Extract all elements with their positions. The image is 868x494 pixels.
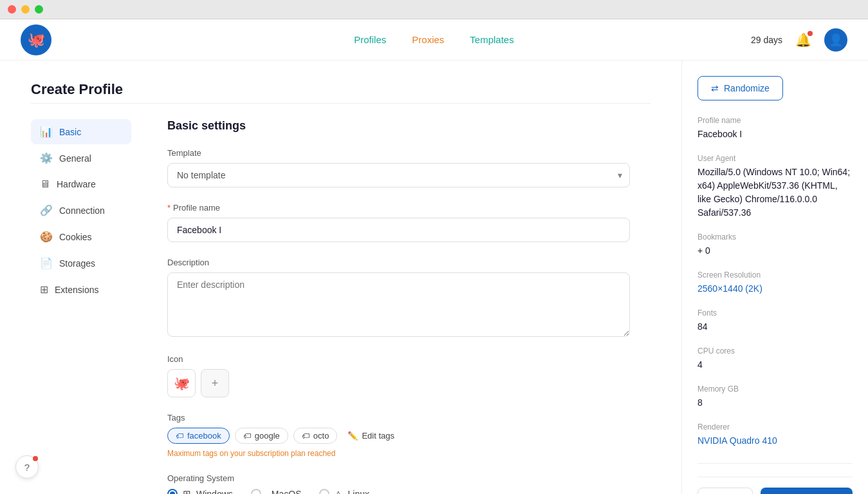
inner-layout: 📊 Basic ⚙️ General 🖥 Hardware 🔗 Connecti… bbox=[31, 119, 651, 494]
tag-google[interactable]: 🏷 google bbox=[235, 428, 288, 444]
edit-tags-button[interactable]: ✏️ Edit tags bbox=[342, 428, 400, 443]
page-title: Create Profile bbox=[31, 81, 651, 98]
cancel-button[interactable]: Cancel bbox=[697, 488, 753, 494]
panel-fonts-label: Fonts bbox=[697, 309, 853, 318]
icon-row: 🐙 + bbox=[167, 369, 630, 397]
os-linux[interactable]: △ Linux bbox=[319, 488, 369, 494]
description-label: Description bbox=[167, 258, 630, 267]
nav-proxies[interactable]: Proxies bbox=[412, 34, 444, 45]
pencil-icon: ✏️ bbox=[347, 431, 358, 441]
panel-memory-value: 8 bbox=[697, 396, 853, 410]
plus-icon: + bbox=[212, 377, 219, 390]
panel-profile-name-group: Profile name Facebook I bbox=[697, 116, 853, 141]
sidebar-item-cookies-label: Cookies bbox=[59, 232, 92, 242]
os-group: Operating System ⊞ Windows MacO bbox=[167, 473, 630, 494]
os-windows-label: Windows bbox=[196, 489, 233, 494]
divider bbox=[31, 103, 651, 104]
avatar[interactable]: 👤 bbox=[824, 28, 847, 52]
description-group: Description bbox=[167, 258, 630, 339]
os-windows[interactable]: ⊞ Windows bbox=[167, 488, 233, 494]
tag-icon-octo: 🏷 bbox=[302, 432, 309, 441]
sidebar-item-general[interactable]: ⚙️ General bbox=[31, 146, 131, 171]
nav-links: Profiles Proxies Templates bbox=[354, 34, 513, 45]
radio-macos[interactable] bbox=[251, 489, 261, 494]
selected-icon: 🐙 bbox=[174, 375, 190, 391]
panel-profile-name-value: Facebook I bbox=[697, 128, 853, 141]
panel-divider bbox=[697, 463, 853, 464]
randomize-icon: ⇄ bbox=[711, 83, 719, 93]
logo: 🐙 bbox=[21, 24, 51, 55]
icon-add-button[interactable]: + bbox=[201, 369, 229, 397]
nav-templates[interactable]: Templates bbox=[470, 34, 513, 45]
close-dot[interactable] bbox=[8, 5, 16, 14]
sidebar-item-storages-label: Storages bbox=[59, 258, 95, 269]
linux-icon: △ bbox=[335, 488, 342, 494]
logo-icon: 🐙 bbox=[21, 24, 51, 55]
randomize-button[interactable]: ⇄ Randomize bbox=[697, 76, 783, 100]
radio-windows[interactable] bbox=[167, 489, 178, 494]
description-input[interactable] bbox=[167, 272, 630, 337]
randomize-label: Randomize bbox=[724, 83, 770, 93]
minimize-dot[interactable] bbox=[21, 5, 30, 14]
left-nav: 📊 Basic ⚙️ General 🖥 Hardware 🔗 Connecti… bbox=[31, 119, 147, 494]
tag-icon-google: 🏷 bbox=[243, 432, 251, 441]
sidebar-item-extensions[interactable]: ⊞ Extensions bbox=[31, 277, 131, 302]
icon-box-selected[interactable]: 🐙 bbox=[167, 369, 196, 397]
general-icon: ⚙️ bbox=[40, 152, 53, 164]
sidebar-item-hardware-label: Hardware bbox=[57, 179, 96, 189]
panel-profile-name-label: Profile name bbox=[697, 116, 853, 125]
panel-bookmarks-label: Bookmarks bbox=[697, 233, 853, 242]
tag-octo[interactable]: 🏷 octo bbox=[293, 428, 338, 444]
sidebar-item-cookies[interactable]: 🍪 Cookies bbox=[31, 224, 131, 249]
panel-bookmarks-value: + 0 bbox=[697, 244, 853, 258]
basic-icon: 📊 bbox=[40, 126, 53, 138]
notification-dot bbox=[808, 31, 813, 36]
hardware-icon: 🖥 bbox=[40, 178, 50, 190]
os-macos-label: MacOS bbox=[272, 489, 302, 494]
panel-memory-group: Memory GB 8 bbox=[697, 385, 853, 410]
panel-screen-res-label: Screen Resolution bbox=[697, 271, 853, 280]
panel-renderer-value: NVIDIA Quadro 410 bbox=[697, 434, 853, 448]
bell-icon[interactable]: 🔔 bbox=[795, 32, 811, 48]
panel-screen-res-value: 2560×1440 (2K) bbox=[697, 282, 853, 296]
panel-bookmarks-group: Bookmarks + 0 bbox=[697, 233, 853, 258]
template-label: Template bbox=[167, 148, 630, 158]
extensions-icon: ⊞ bbox=[40, 283, 48, 296]
icon-group: Icon 🐙 + bbox=[167, 354, 630, 397]
tags-group: Tags 🏷 facebook 🏷 google 🏷 octo bbox=[167, 413, 630, 458]
panel-user-agent-value: Mozilla/5.0 (Windows NT 10.0; Win64; x64… bbox=[697, 166, 853, 220]
sidebar-item-basic[interactable]: 📊 Basic bbox=[31, 119, 131, 144]
nav-right: 29 days 🔔 👤 bbox=[751, 28, 847, 52]
profile-name-group: * Profile name bbox=[167, 203, 630, 242]
sidebar-item-connection[interactable]: 🔗 Connection bbox=[31, 198, 131, 223]
panel-user-agent-group: User Agent Mozilla/5.0 (Windows NT 10.0;… bbox=[697, 154, 853, 220]
tags-label: Tags bbox=[167, 413, 630, 423]
maximize-dot[interactable] bbox=[35, 5, 43, 14]
panel-screen-res-group: Screen Resolution 2560×1440 (2K) bbox=[697, 271, 853, 296]
template-select[interactable]: No template bbox=[167, 163, 630, 187]
help-notification-dot bbox=[33, 456, 38, 461]
form-area: Basic settings Template No template ▾ * bbox=[147, 119, 651, 494]
tag-facebook[interactable]: 🏷 facebook bbox=[167, 428, 230, 444]
days-badge: 29 days bbox=[751, 35, 782, 45]
connection-icon: 🔗 bbox=[40, 204, 53, 216]
radio-linux[interactable] bbox=[319, 489, 329, 494]
cookies-icon: 🍪 bbox=[40, 231, 53, 243]
sidebar-item-storages[interactable]: 📄 Storages bbox=[31, 251, 131, 276]
profile-name-label: * Profile name bbox=[167, 203, 630, 213]
tag-icon-facebook: 🏷 bbox=[176, 432, 183, 441]
os-macos[interactable]: MacOS bbox=[251, 489, 302, 494]
main-layout: Create Profile 📊 Basic ⚙️ General 🖥 Hard… bbox=[0, 61, 868, 494]
bottom-buttons: Cancel Create Profile bbox=[697, 477, 853, 494]
section-title: Basic settings bbox=[167, 119, 630, 133]
help-button[interactable]: ? bbox=[15, 455, 39, 479]
nav-profiles[interactable]: Profiles bbox=[354, 34, 386, 45]
panel-cpu-label: CPU cores bbox=[697, 347, 853, 356]
help-icon: ? bbox=[24, 462, 30, 473]
template-select-wrapper: No template ▾ bbox=[167, 163, 630, 187]
sidebar-item-hardware[interactable]: 🖥 Hardware bbox=[31, 172, 131, 196]
sidebar-item-general-label: General bbox=[59, 153, 91, 164]
create-profile-button[interactable]: Create Profile bbox=[761, 488, 853, 494]
profile-name-input[interactable] bbox=[167, 218, 630, 242]
os-label: Operating System bbox=[167, 473, 630, 483]
